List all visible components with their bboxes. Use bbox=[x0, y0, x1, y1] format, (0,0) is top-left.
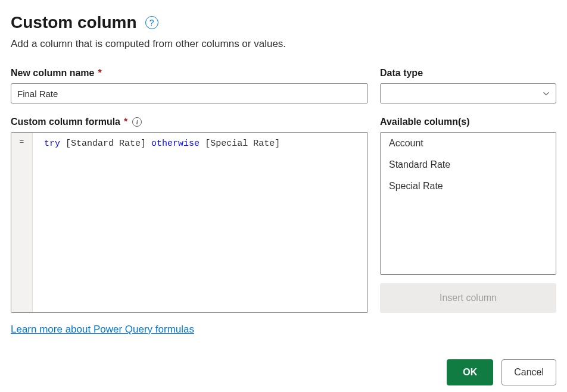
cancel-button[interactable]: Cancel bbox=[501, 359, 556, 385]
formula-content[interactable]: try [Standard Rate] otherwise [Special R… bbox=[33, 133, 367, 312]
info-icon[interactable]: i bbox=[132, 117, 142, 127]
required-asterisk: * bbox=[98, 68, 101, 79]
available-columns-list[interactable]: Account Standard Rate Special Rate bbox=[380, 132, 556, 275]
formula-gutter: = bbox=[11, 133, 33, 312]
learn-more-link[interactable]: Learn more about Power Query formulas bbox=[11, 324, 194, 335]
dialog-title: Custom column bbox=[11, 13, 137, 32]
help-icon[interactable]: ? bbox=[145, 16, 158, 29]
ok-button[interactable]: OK bbox=[447, 359, 493, 385]
formula-label: Custom column formula * i bbox=[11, 117, 368, 127]
data-type-select[interactable] bbox=[380, 83, 556, 104]
formula-editor[interactable]: = try [Standard Rate] otherwise [Special… bbox=[11, 132, 368, 313]
list-item[interactable]: Standard Rate bbox=[381, 154, 556, 175]
new-column-name-label: New column name * bbox=[11, 68, 368, 79]
required-asterisk: * bbox=[124, 117, 127, 127]
insert-column-button: Insert column bbox=[380, 283, 556, 313]
list-item[interactable]: Special Rate bbox=[381, 175, 556, 197]
available-columns-label: Available column(s) bbox=[380, 117, 556, 127]
data-type-label: Data type bbox=[380, 68, 556, 79]
list-item[interactable]: Account bbox=[381, 133, 556, 154]
dialog-subtitle: Add a column that is computed from other… bbox=[11, 38, 556, 50]
new-column-name-input[interactable] bbox=[11, 83, 368, 104]
